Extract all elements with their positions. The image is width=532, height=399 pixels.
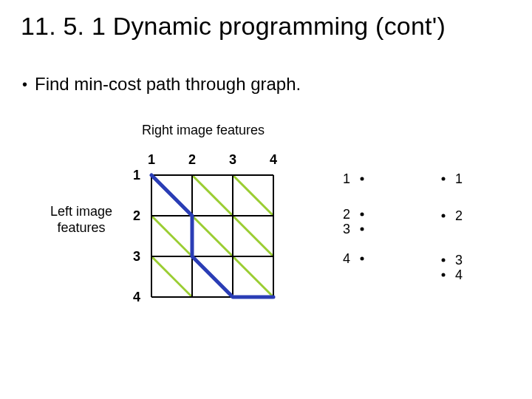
slide: 11. 5. 1 Dynamic programming (cont') • F… [0,0,532,399]
svg-line-5 [233,216,273,256]
row-label-4: 4 [133,290,140,304]
col-label-3: 3 [229,152,236,167]
corr-dots [361,177,446,277]
svg-point-22 [442,214,446,218]
left-caption-line2: features [57,220,105,235]
svg-line-4 [192,216,233,256]
svg-point-19 [361,228,364,231]
dp-diagram: Right image features Left image features… [44,120,488,341]
bullet-dot-icon: • [22,74,27,95]
svg-point-17 [361,177,364,181]
svg-line-3 [151,216,192,256]
svg-point-20 [361,257,364,261]
top-caption: Right image features [142,123,265,137]
corr-right-label-3: 3 [455,253,463,267]
page-title: 11. 5. 1 Dynamic programming (cont') [21,12,446,41]
row-label-1: 1 [133,168,140,183]
corr-left-label-4: 4 [343,251,350,266]
svg-line-1 [192,175,233,216]
svg-point-23 [442,259,446,262]
svg-line-8 [233,256,273,297]
svg-line-6 [151,256,192,297]
corr-left-label-1: 1 [343,171,350,186]
row-label-3: 3 [133,249,140,264]
svg-point-24 [442,273,446,277]
svg-line-2 [233,175,273,216]
corr-right-label-1: 1 [455,171,463,186]
row-label-2: 2 [133,208,140,223]
corr-right-label-2: 2 [455,208,463,223]
figure: Right image features Left image features… [44,120,488,341]
left-caption-line1: Left image [50,204,112,219]
col-label-4: 4 [270,152,277,167]
bullet-text: Find min-cost path through graph. [35,74,301,95]
corr-left-label-2: 2 [343,207,350,222]
col-label-2: 2 [188,152,196,167]
corr-left-label-3: 3 [343,222,350,236]
svg-point-18 [361,213,364,216]
col-label-1: 1 [148,152,155,167]
svg-point-21 [442,177,446,181]
corr-right-label-4: 4 [455,267,463,282]
bullet-item: • Find min-cost path through graph. [22,74,301,95]
